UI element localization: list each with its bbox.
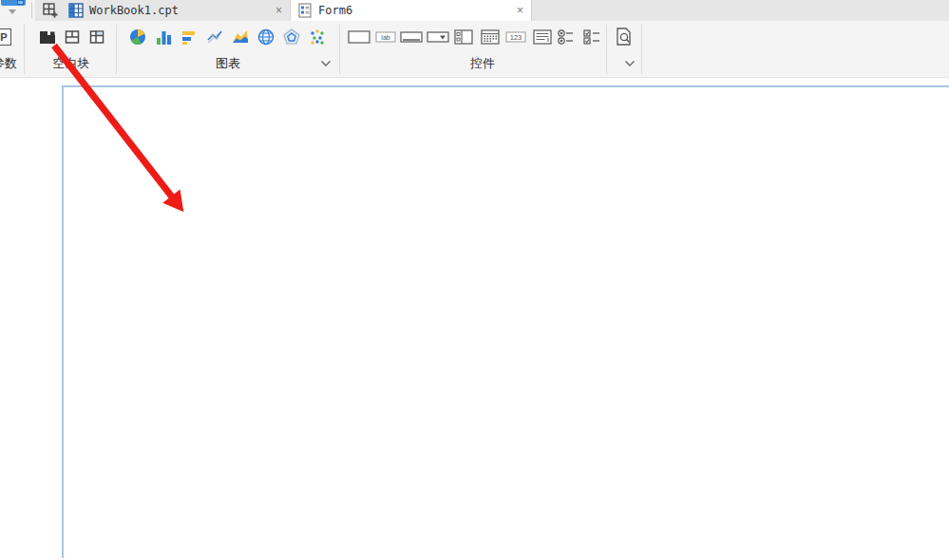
divider [24,25,25,74]
bar-chart-icon [180,28,199,47]
tab-title: WorkBook1.cpt [89,4,179,17]
globe-icon [256,28,275,47]
bar-chart-button[interactable] [180,28,199,47]
combobox-icon [426,28,450,47]
map-chart-button[interactable] [256,28,275,47]
column-chart-button[interactable] [154,28,173,47]
absolute-layout-block-button[interactable] [63,28,82,47]
list-panel-icon [451,28,476,47]
textfield-icon [347,28,371,47]
divider [339,25,340,74]
group-label-widget: 控件 [435,56,530,71]
form-design-workspace [0,79,949,560]
report-grid-icon [67,2,85,19]
divider [641,25,642,74]
multiline-widget-button[interactable] [530,28,555,47]
tab-title: Form6 [318,4,352,17]
grid-plus-icon [42,2,59,19]
split-block-icon [64,28,81,46]
divider [31,2,32,18]
column-chart-icon [154,28,173,47]
multiline-text-icon [530,28,555,47]
form-canvas[interactable] [62,85,949,558]
group-label-parameter: 参数 [0,56,17,71]
radio-group-widget-button[interactable] [556,28,577,47]
label-icon: lab [373,28,398,47]
new-template-button[interactable] [40,1,61,20]
divider [116,25,117,74]
tab-bar: WorkBook1.cpt × Form6 × [0,0,949,21]
report-block-button[interactable] [38,28,57,47]
calendar-icon [478,28,503,47]
app-logo-icon [1,0,26,6]
close-icon[interactable]: × [275,5,282,16]
widget-group-expand-icon[interactable] [624,60,636,67]
tab-form6[interactable]: Form6 × [291,0,532,21]
pie-chart-icon [128,28,147,47]
chart-group-expand-icon[interactable] [320,60,332,67]
form-icon [296,2,313,19]
number-123-icon: 123 [503,28,528,47]
svg-text:123: 123 [510,33,522,42]
tab-block-icon [88,28,105,46]
area-chart-button[interactable] [231,28,250,47]
group-label-blank-block: 空白块 [33,56,109,71]
checkbox-group-icon [581,28,602,47]
radio-group-icon [556,28,577,47]
tab-layout-block-button[interactable] [87,28,106,47]
designer-window: WorkBook1.cpt × Form6 × P 参数 [0,0,949,560]
textfield-widget-button[interactable] [347,28,371,47]
area-chart-icon [231,28,250,47]
quick-access-area [0,0,35,21]
pie-chart-button[interactable] [128,28,147,47]
scatter-dots-icon [308,28,327,47]
component-toolbar: P 参数 空白块 [0,21,949,78]
parameter-pane-button[interactable]: P [0,28,13,47]
datepicker-widget-button[interactable] [478,28,503,47]
number-widget-button[interactable]: 123 [503,28,528,47]
svg-text:lab: lab [381,34,389,41]
quick-access-dropdown-icon[interactable] [9,9,16,14]
tab-workbook1[interactable]: WorkBook1.cpt × [62,0,291,21]
list-widget-button[interactable] [451,28,476,47]
line-chart-icon [205,28,224,47]
textarea-icon [399,28,424,47]
group-label-chart: 图表 [180,56,275,71]
line-chart-button[interactable] [205,28,224,47]
radar-chart-button[interactable] [282,28,301,47]
close-icon[interactable]: × [517,5,523,16]
checkbox-group-widget-button[interactable] [581,28,602,47]
combobox-widget-button[interactable] [426,28,450,47]
radar-chart-icon [282,28,301,47]
preview-button[interactable] [614,28,633,47]
parameter-icon: P [0,28,11,46]
textarea-widget-button[interactable] [399,28,424,47]
scatter-chart-button[interactable] [308,28,327,47]
divider [606,25,607,74]
preview-icon [614,27,633,47]
label-widget-button[interactable]: lab [373,28,398,47]
report-block-icon [38,28,57,46]
